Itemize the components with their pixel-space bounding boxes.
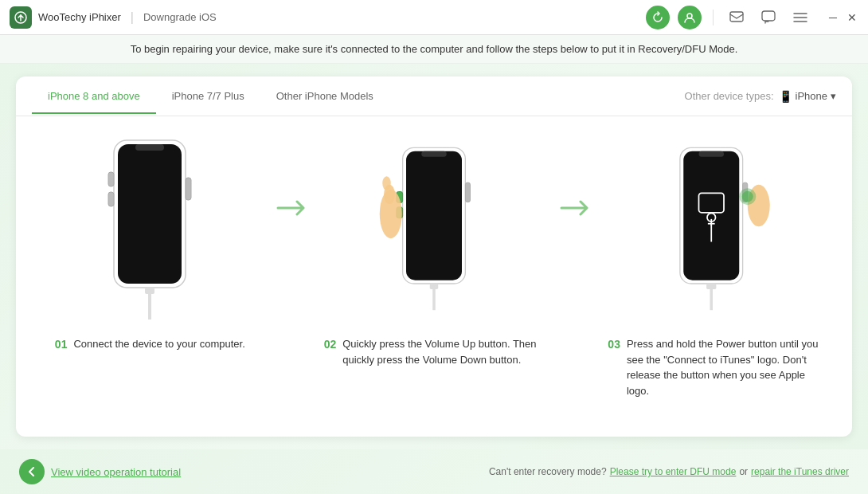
chevron-down-icon: ▾ [831, 90, 836, 102]
minimize-button[interactable]: ─ [827, 11, 839, 24]
video-link[interactable]: View video operation tutorial [19, 459, 181, 484]
svg-rect-12 [186, 178, 191, 200]
step-3: 03 Press and hold the Power button until… [608, 132, 828, 398]
repair-itunes-link[interactable]: repair the iTunes driver [751, 466, 849, 477]
step1-num: 01 [55, 336, 68, 353]
main-content: iPhone 8 and above iPhone 7/7 Plus Other… [0, 64, 868, 449]
back-icon[interactable] [19, 459, 45, 484]
svg-rect-13 [145, 288, 154, 294]
svg-rect-17 [421, 151, 447, 157]
main-card: iPhone 8 and above iPhone 7/7 Plus Other… [16, 76, 852, 437]
svg-rect-19 [430, 284, 439, 289]
title-subtitle: Downgrade iOS [143, 11, 217, 23]
step2-text: Quickly press the Volume Up button. Then… [342, 336, 544, 367]
user-icon-btn[interactable] [678, 6, 702, 29]
close-button[interactable]: ✕ [846, 11, 858, 24]
notice-text: To begin repairing your device, make sur… [131, 43, 738, 55]
svg-rect-18 [465, 182, 470, 202]
svg-rect-28 [698, 151, 724, 157]
bottom-bar: View video operation tutorial Can't ente… [0, 449, 868, 494]
device-type-label: Other device types: [685, 90, 774, 102]
device-type-value: iPhone [796, 90, 827, 102]
svg-rect-16 [406, 151, 462, 280]
svg-point-25 [382, 176, 391, 190]
titlebar-right: ─ ✕ [646, 6, 858, 29]
phone-icon: 📱 [779, 90, 792, 103]
svg-rect-11 [108, 192, 114, 206]
step2-num: 02 [324, 336, 337, 353]
title-divider: | [131, 10, 134, 25]
steps-container: 01 Connect the device to your computer. [16, 116, 852, 437]
svg-rect-8 [118, 144, 182, 284]
message-icon-btn[interactable] [725, 6, 749, 29]
svg-rect-3 [762, 11, 775, 21]
step1-text: Connect the device to your computer. [73, 336, 244, 352]
chat-icon-btn[interactable] [757, 6, 780, 29]
notice-bar: To begin repairing your device, make sur… [0, 35, 868, 64]
step2-desc: 02 Quickly press the Volume Up button. T… [324, 336, 545, 367]
or-text: or [739, 466, 748, 477]
svg-rect-33 [706, 284, 716, 289]
svg-point-1 [687, 14, 692, 18]
step3-num: 03 [608, 336, 620, 353]
cant-enter-text: Can't enter recovery mode? [489, 466, 607, 477]
tab-iphone7[interactable]: iPhone 7/7 Plus [156, 79, 260, 113]
dfu-mode-link[interactable]: Please try to enter DFU mode [610, 466, 737, 477]
step3-illustration [655, 132, 782, 323]
svg-rect-2 [730, 12, 743, 22]
step3-desc: 03 Press and hold the Power button until… [608, 336, 828, 398]
titlebar-left: WooTechy iPhixer | Downgrade iOS [10, 6, 217, 29]
device-type-dropdown[interactable]: 📱 iPhone ▾ [779, 90, 836, 103]
app-name: WooTechy iPhixer [38, 11, 121, 23]
app-logo [10, 6, 32, 29]
arrow-2 [560, 132, 592, 220]
step-1: 01 Connect the device to your computer. [40, 132, 260, 353]
device-type-selector[interactable]: Other device types: 📱 iPhone ▾ [685, 90, 836, 103]
menu-icon-btn[interactable] [788, 6, 812, 29]
svg-rect-10 [108, 172, 114, 186]
update-icon-btn[interactable] [646, 6, 670, 29]
tabs-container: iPhone 8 and above iPhone 7/7 Plus Other… [16, 76, 852, 116]
svg-rect-9 [135, 144, 164, 151]
arrow-1 [276, 132, 308, 220]
titlebar: WooTechy iPhixer | Downgrade iOS [0, 0, 868, 35]
tab-other-iphone[interactable]: Other iPhone Models [260, 79, 389, 113]
bottom-right-text: Can't enter recovery mode? Please try to… [489, 466, 849, 477]
step3-text: Press and hold the Power button until yo… [627, 336, 828, 398]
step1-illustration [86, 132, 213, 323]
separator [713, 10, 714, 25]
step-2: 02 Quickly press the Volume Up button. T… [324, 132, 545, 367]
step2-illustration [370, 132, 498, 323]
window-controls: ─ ✕ [827, 11, 858, 24]
svg-rect-27 [683, 151, 739, 280]
step1-desc: 01 Connect the device to your computer. [55, 336, 245, 353]
svg-point-37 [741, 191, 753, 202]
video-link-text[interactable]: View video operation tutorial [51, 466, 181, 478]
tab-iphone8[interactable]: iPhone 8 and above [32, 79, 156, 113]
